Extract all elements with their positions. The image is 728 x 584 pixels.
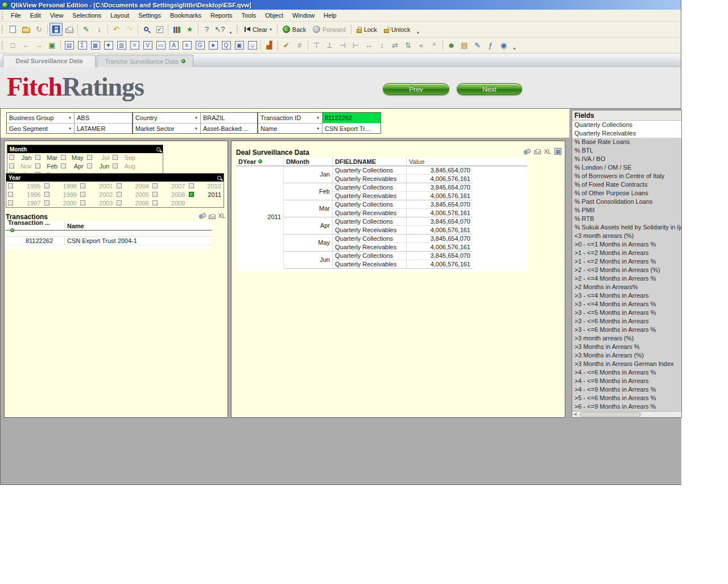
dropdown-arrow-icon[interactable]: ▾	[66, 126, 74, 131]
new-sheet-button[interactable]: □	[6, 39, 19, 52]
checkbox-jul[interactable]	[87, 155, 92, 160]
field-item[interactable]: >4 - <=9 Months in Arrears %	[572, 385, 681, 394]
current-selections-button[interactable]: ✓	[153, 23, 166, 36]
chart-wizard-button[interactable]: ▟	[263, 39, 276, 52]
dfieldname-cell[interactable]: Quarterly Receivables	[332, 260, 406, 269]
field-item[interactable]: >3 - <=6 Months in Arrears %	[572, 326, 681, 334]
search-icon[interactable]	[217, 176, 221, 180]
year-1999[interactable]: 1999	[43, 190, 79, 199]
dfieldname-cell[interactable]: Quarterly Receivables	[332, 209, 406, 217]
menu-file[interactable]: File	[6, 12, 26, 19]
toolbar-overflow-icon[interactable]: ▾	[511, 47, 518, 53]
field-item[interactable]: >3 - <=4 Months in Arrears	[572, 291, 681, 300]
year-1996[interactable]: 1996	[6, 190, 43, 199]
field-item[interactable]: >3 Months in Arrears (%)	[572, 351, 681, 360]
print-object-icon[interactable]	[534, 150, 541, 154]
month-jun[interactable]: Jun	[85, 162, 111, 170]
year-1998[interactable]: 1998	[43, 182, 79, 190]
context-help-button[interactable]: ↖?	[213, 23, 226, 36]
menu-object[interactable]: Object	[260, 12, 288, 19]
menu-edit[interactable]: Edit	[26, 12, 46, 19]
year-2000[interactable]: 2000	[43, 199, 79, 207]
dfieldname-cell[interactable]: Quarterly Receivables	[332, 175, 406, 183]
format-painter-button[interactable]: ✔	[280, 39, 293, 52]
field-item[interactable]: % IVA / BO	[572, 155, 681, 163]
dmonth-label-jan[interactable]: Jan	[236, 171, 330, 178]
search-button[interactable]	[140, 23, 153, 36]
next-button[interactable]: Next	[457, 83, 522, 95]
lock-button[interactable]: Lock	[353, 23, 380, 36]
multibox-value[interactable]: BRAZIL	[200, 113, 257, 123]
column-header-dfieldname[interactable]: DFIELDNAME	[332, 157, 406, 166]
field-item[interactable]: % of Fixed Rate Contracts	[572, 180, 681, 189]
field-item[interactable]: % PMII	[572, 206, 681, 215]
help-button[interactable]: ?	[200, 23, 213, 36]
field-item[interactable]: >3 Months in Arrears %	[572, 343, 681, 351]
statistics-box-button[interactable]: Σ	[76, 39, 89, 52]
checkbox-2006[interactable]	[117, 200, 122, 205]
field-item[interactable]: >4 - <=9 Months in Arrears	[572, 377, 681, 385]
column-header-value[interactable]: Value	[406, 157, 473, 166]
checkbox-1997[interactable]	[8, 200, 13, 205]
table-row[interactable]: 81122262CSN Export Trust 2004-1	[6, 237, 212, 245]
year-2003[interactable]: 2003	[78, 199, 115, 207]
multibox-label-name[interactable]: Name	[258, 125, 314, 132]
dropdown-arrow-icon[interactable]: ▾	[314, 126, 322, 131]
list-box-button[interactable]: ▤	[63, 39, 76, 52]
add-bookmark-button[interactable]: ★	[183, 23, 196, 36]
multibox-value[interactable]: CSN Export Tr...	[322, 124, 380, 133]
value-cell[interactable]: 3,845,654,070	[406, 252, 473, 260]
year-2009[interactable]: 2009	[151, 199, 187, 207]
dfieldname-cell[interactable]: Quarterly Collections	[332, 235, 406, 243]
dfieldname-cell[interactable]: Quarterly Receivables	[332, 192, 406, 200]
checkbox-sep[interactable]	[113, 155, 118, 160]
save-button[interactable]	[49, 23, 63, 36]
checkbox-2002[interactable]	[80, 192, 85, 197]
quick-chart-wizard-button[interactable]	[170, 23, 183, 36]
unlock-button[interactable]: Unlock	[380, 23, 414, 36]
field-item[interactable]: Quarterly Receivables	[572, 129, 681, 138]
clear-button[interactable]: Clear ▾	[241, 23, 275, 36]
year-2006[interactable]: 2006	[115, 199, 151, 207]
year-2001[interactable]: 2001	[78, 182, 115, 190]
month-aug[interactable]: Aug	[111, 162, 137, 170]
year-2008[interactable]: 2008	[151, 190, 187, 199]
checkbox-2000[interactable]	[44, 200, 49, 205]
fields-listbox-header[interactable]: Fields	[572, 110, 681, 121]
menu-window[interactable]: Window	[288, 12, 319, 19]
multibox-value[interactable]: ABS	[74, 113, 132, 123]
menu-layout[interactable]: Layout	[106, 12, 134, 19]
center-vertically-button[interactable]: ↕	[375, 39, 388, 52]
document-properties-button[interactable]: ▤	[458, 39, 471, 52]
dmonth-label-mar[interactable]: Mar	[236, 205, 330, 212]
edit-module-button[interactable]: ƒ	[484, 39, 497, 52]
clear-dropdown-icon[interactable]: ▾	[270, 27, 272, 32]
month-may[interactable]: May	[59, 153, 85, 162]
month-nov[interactable]: Nov	[7, 162, 34, 170]
field-item[interactable]: >5 - <=6 Months in Arrears %	[572, 394, 681, 402]
multibox-label-geo-segment[interactable]: Geo Segment	[7, 125, 66, 132]
dmonth-label-feb[interactable]: Feb	[236, 188, 330, 195]
column-header-dyear[interactable]: DYear	[236, 157, 283, 166]
checkbox-2005[interactable]	[117, 192, 122, 197]
dfieldname-cell[interactable]: Quarterly Receivables	[332, 226, 406, 235]
dmonth-label-jun[interactable]: Jun	[236, 256, 330, 263]
field-item[interactable]: >3 - <=5 Months in Arrears %	[572, 309, 681, 317]
multibox-button[interactable]: =	[128, 39, 141, 52]
print-preview-button[interactable]: ◉	[497, 39, 510, 52]
print-object-icon[interactable]	[209, 215, 216, 219]
checkbox-jan[interactable]	[9, 155, 14, 160]
snap-top-button[interactable]: ^	[428, 39, 441, 52]
field-item[interactable]: % Past Consolidation Loans	[572, 198, 681, 206]
checkbox-2008[interactable]	[152, 192, 158, 197]
dfieldname-cell[interactable]: Quarterly Collections	[332, 183, 406, 192]
align-bottom-button[interactable]: ⊥	[323, 39, 336, 52]
checkbox-jun[interactable]	[87, 163, 92, 168]
search-icon[interactable]	[156, 147, 160, 151]
sheet-properties-button[interactable]: ✎	[471, 39, 484, 52]
field-item[interactable]: >2 Months in Arrears%	[572, 283, 681, 291]
menu-reports[interactable]: Reports	[206, 12, 237, 19]
bar-chart-object-button[interactable]: ▥	[115, 39, 128, 52]
dfieldname-cell[interactable]: Quarterly Collections	[332, 166, 406, 175]
toolbar-overflow-icon[interactable]: ▾	[228, 31, 234, 37]
